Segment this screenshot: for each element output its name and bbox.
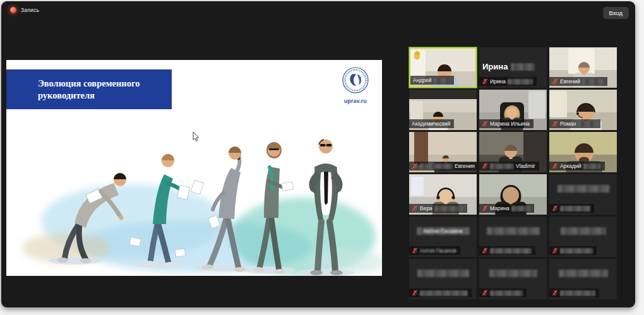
participant-name-label: Евгения [409,162,477,170]
participant-name: Ирина [490,78,506,85]
login-button[interactable]: Вход [603,7,629,19]
participant-tile[interactable] [549,259,617,299]
participant-name-label: Роман [549,119,600,128]
participant-name: Евгений [560,78,580,85]
recording-indicator: Запись [10,7,39,13]
muted-mic-icon [482,205,488,211]
participant-center-name-blurred [561,227,606,235]
logo-caption: uprav.ru [337,98,374,104]
participant-center-name-blurred [559,270,608,277]
participant-tile-Роман[interactable]: Роман [549,90,617,130]
participant-name-label: Аркадий [549,162,605,170]
participant-name: Евгения [455,163,475,169]
participant-tile-Ирина[interactable]: ИринаИрина [479,47,547,88]
participant-name-label: Академический [409,119,454,128]
participant-name-label: Марина [479,204,534,213]
muted-mic-icon [482,290,488,296]
participant-name: Марина Ильина [490,121,530,127]
participant-name: Вера [420,205,432,211]
participant-name: Аркадий [560,163,581,169]
participant-name: Антон Гасанов [420,247,456,254]
participant-tile-Евгений[interactable]: Евгений [549,47,617,88]
participant-center-name-blurred [489,270,537,277]
participant-name-label: Ирина [479,77,537,86]
muted-mic-icon [482,78,488,85]
participant-center-name: Ирина [482,62,535,71]
participant-tile-Академический[interactable]: Академический [409,90,477,130]
participant-tile[interactable] [479,259,547,299]
participant-center-name-blurred [487,227,540,235]
rsu-logo: uprav.ru [337,66,374,104]
participant-center-name-blurred: Антон Гасанов [417,227,470,235]
slide-title-banner: Эволюция современного руководителя [6,69,172,109]
participant-name-label: Вера [409,204,467,213]
participant-name: Марина [490,205,510,211]
muted-mic-icon [482,247,488,254]
participant-name-label: Vladimir [479,162,539,170]
muted-mic-icon [412,247,418,254]
participant-tile[interactable] [479,217,547,257]
slide-title-line1: Эволюция современного [38,78,172,90]
participant-name-label: Антон Гасанов [409,246,460,255]
muted-mic-icon [412,290,418,296]
meeting-window: Запись Вход [1,1,635,307]
muted-mic-icon [552,121,558,127]
participant-name: Академический [412,121,450,127]
participant-name-label: Марина Ильина [479,119,534,128]
participant-name: Роман [560,121,576,127]
participant-tile-Аркадий[interactable]: Аркадий [549,132,617,172]
raised-hand-icon [413,51,422,60]
mouse-cursor [193,132,199,141]
slide-title-line2: руководителя [38,90,172,102]
participant-tile-Евгения[interactable]: Евгения [409,132,477,172]
participant-name-label [479,288,527,297]
muted-mic-icon [412,163,418,169]
rsu-logo-emblem [342,66,369,94]
participant-tile-Марина Ильина[interactable]: Марина Ильина [479,90,547,130]
participant-tile-Антон Гасанов[interactable]: Антон ГасановАнтон Гасанов [409,217,477,257]
participant-tile[interactable] [549,174,617,215]
participant-name-label [479,246,535,255]
shared-slide: Эволюция современного руководителя uprav… [6,60,382,276]
participant-center-name-blurred [417,270,469,277]
muted-mic-icon [552,290,558,296]
participant-name-label [549,246,597,255]
participant-tile[interactable] [409,259,477,299]
participant-name-label [549,288,599,297]
muted-mic-icon [552,163,558,169]
muted-mic-icon [552,247,558,254]
muted-mic-icon [482,163,488,169]
record-dot-icon [10,7,16,13]
muted-mic-icon [412,205,418,211]
participant-name-label: Евгений [549,77,607,86]
participant-grid: АндрейИринаИринаЕвгенийАкадемическийМари… [409,47,624,301]
participant-name-label: Андрей [410,76,454,85]
participant-name: Vladimir [516,163,535,169]
participant-name-label [409,288,472,297]
muted-mic-icon [552,78,558,85]
participant-tile[interactable] [549,217,617,257]
recording-label: Запись [21,7,39,13]
participant-name: Андрей [413,77,432,83]
participant-tile-Vladimir[interactable]: Vladimir [479,132,547,172]
muted-mic-icon [482,121,488,127]
participant-tile-Вера[interactable]: Вера [409,174,477,215]
participant-center-name-blurred [558,185,609,193]
participant-name-label [549,204,594,213]
participant-tile-Марина[interactable]: Марина [479,174,547,215]
muted-mic-icon [552,205,558,211]
participant-tile-Андрей[interactable]: Андрей [409,47,477,88]
